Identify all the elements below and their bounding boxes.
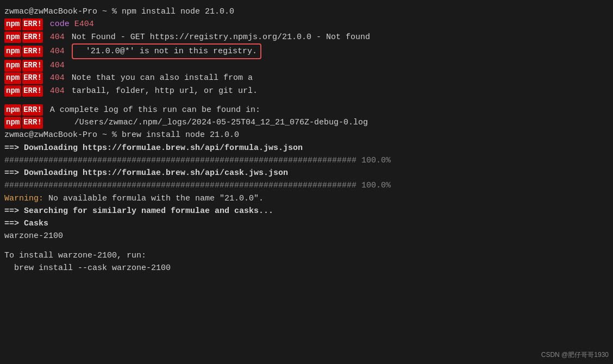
line-1: zwmac@zwMacBook-Pro ~ % npm install node…: [4, 5, 609, 18]
err-badge-1: ERR!: [22, 18, 43, 30]
log-text-1: A complete log of this run can be found …: [45, 104, 260, 116]
spacer-1: [4, 97, 609, 104]
npm-badge-2: npm: [4, 32, 21, 43]
line-hash-formula: ########################################…: [4, 154, 609, 167]
hash-cask-progress: ########################################…: [4, 179, 391, 192]
code-404-5: 404: [45, 85, 70, 97]
code-404-3: 404: [45, 59, 70, 72]
line-brew-prompt: zwmac@zwMacBook-Pro ~ % brew install nod…: [4, 129, 609, 141]
arrow-searching: ==> Searching for similarly named formul…: [4, 205, 273, 217]
note-text-2: tarball, folder, http url, or git url.: [72, 85, 258, 97]
prompt-text-2: zwmac@zwMacBook-Pro ~ % brew install nod…: [4, 129, 239, 141]
error-code: E404: [74, 18, 94, 30]
code-404-2: 404: [45, 45, 70, 58]
npm-badge-6: npm: [4, 85, 21, 97]
hash-formula-progress: ########################################…: [4, 154, 391, 167]
csdn-watermark: CSDN @肥仔哥哥1930: [541, 350, 609, 360]
npm-badge-5: npm: [4, 72, 21, 84]
notfound-text: Not Found - GET https://registry.npmjs.o…: [72, 31, 370, 43]
err-badge-2: ERR!: [22, 32, 43, 43]
warning-label: Warning:: [4, 192, 43, 205]
line-warning: Warning: No available formula with the n…: [4, 192, 609, 205]
line-searching: ==> Searching for similarly named formul…: [4, 205, 609, 217]
line-casks-header: ==> Casks: [4, 217, 609, 230]
note-text-1: Note that you can also install from a: [72, 72, 253, 84]
arrow-cask: ==> Downloading https://formulae.brew.sh…: [4, 167, 288, 179]
line-npm-err-log2: npm ERR! /Users/zwmac/.npm/_logs/2024-05…: [4, 116, 609, 129]
npm-badge-8: npm: [4, 117, 21, 129]
line-warzone: warzone-2100: [4, 230, 609, 242]
npm-badge-7: npm: [4, 104, 21, 116]
code-404-1: 404: [45, 31, 70, 43]
spacer-2: [4, 243, 609, 249]
line-npm-err-404-empty1: npm ERR! 404 '21.0.0@*' is not in this r…: [4, 43, 609, 59]
npm-badge-1: npm: [4, 18, 21, 30]
warzone-name: warzone-2100: [4, 230, 63, 242]
code-label: code: [45, 18, 74, 30]
arrow-formula: ==> Downloading https://formulae.brew.sh…: [4, 142, 303, 154]
line-npm-err-404-highlight: npm ERR! 404: [4, 59, 609, 72]
line-brew-cask-cmd: brew install --cask warzone-2100: [4, 262, 609, 274]
line-hash-cask: ########################################…: [4, 179, 609, 192]
to-install-text: To install warzone-2100, run:: [4, 249, 146, 262]
err-badge-6: ERR!: [22, 85, 43, 97]
line-to-install: To install warzone-2100, run:: [4, 249, 609, 262]
line-npm-err-log1: npm ERR! A complete log of this run can …: [4, 104, 609, 116]
line-npm-err-code: npm ERR! code E404: [4, 18, 609, 30]
err-badge-5: ERR!: [22, 72, 43, 84]
code-404-4: 404: [45, 72, 70, 84]
line-npm-err-note2: npm ERR! 404 tarball, folder, http url, …: [4, 85, 609, 97]
line-brew-download-formula: ==> Downloading https://formulae.brew.sh…: [4, 142, 609, 154]
warning-message: No available formula with the name "21.0…: [43, 192, 264, 205]
line-npm-err-note1: npm ERR! 404 Note that you can also inst…: [4, 72, 609, 84]
line-brew-download-cask: ==> Downloading https://formulae.brew.sh…: [4, 167, 609, 179]
err-badge-3: ERR!: [22, 46, 43, 58]
line-npm-err-404-notfound: npm ERR! 404 Not Found - GET https://reg…: [4, 31, 609, 43]
registry-error-highlight: '21.0.0@*' is not in this registry.: [72, 43, 261, 59]
arrow-casks: ==> Casks: [4, 217, 48, 230]
brew-cask-command: brew install --cask warzone-2100: [4, 262, 171, 274]
err-badge-4: ERR!: [22, 60, 43, 72]
err-badge-7: ERR!: [22, 104, 43, 116]
log-path: /Users/zwmac/.npm/_logs/2024-05-25T04_12…: [45, 116, 368, 129]
npm-badge-4: npm: [4, 60, 21, 72]
prompt-text-1: zwmac@zwMacBook-Pro ~ % npm install node…: [4, 5, 234, 18]
terminal-window: zwmac@zwMacBook-Pro ~ % npm install node…: [0, 0, 613, 280]
npm-badge-3: npm: [4, 46, 21, 58]
err-badge-8: ERR!: [22, 117, 43, 129]
